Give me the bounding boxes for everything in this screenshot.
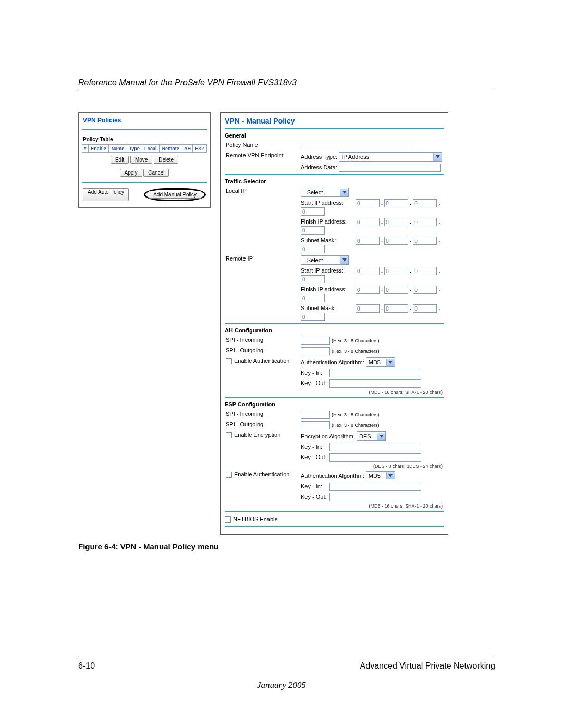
policy-name-input[interactable] (301, 142, 413, 150)
chevron-down-icon (340, 189, 348, 196)
label-auth-algo: Authentication Algorithm: (301, 359, 364, 365)
address-type-value: IP Address (339, 154, 371, 160)
apply-button[interactable]: Apply (120, 169, 142, 177)
delete-button[interactable]: Delete (154, 156, 178, 164)
note-md5: (MD5 - 16 chars; SHA-1 - 20 chars) (300, 502, 444, 510)
label-subnet: Subnet Mask: (301, 237, 354, 243)
cancel-button[interactable]: Cancel (143, 169, 169, 177)
esp-enable-enc-checkbox[interactable] (226, 432, 232, 438)
local-finish-ip-2[interactable]: 0 (384, 218, 408, 226)
hint-hex: (Hex, 3 - 8 Characters) (332, 349, 380, 354)
ah-spi-out-input[interactable] (301, 347, 330, 355)
manual-title: VPN - Manual Policy (225, 116, 444, 127)
local-finish-ip-3[interactable]: 0 (413, 218, 437, 226)
label-start-ip: Start IP address: (301, 267, 354, 274)
remote-subnet-1[interactable]: 0 (356, 304, 380, 313)
col-ah: AH (182, 145, 193, 153)
divider (225, 323, 444, 324)
local-start-ip-3[interactable]: 0 (413, 199, 437, 207)
esp-auth-key-out-input[interactable] (329, 493, 421, 501)
hint-hex: (Hex, 3 - 8 Characters) (332, 412, 380, 417)
running-header: Reference Manual for the ProSafe VPN Fir… (78, 78, 495, 91)
hint-hex: (Hex, 3 - 8 Characters) (332, 423, 380, 428)
label-netbios: NETBIOS Enable (233, 516, 278, 522)
local-start-ip-1[interactable]: 0 (356, 199, 380, 207)
col-local: Local (142, 145, 159, 153)
remote-start-ip-3[interactable]: 0 (413, 267, 437, 275)
chevron-down-icon (433, 153, 442, 161)
esp-auth-key-in-input[interactable] (329, 483, 421, 491)
vpn-policies-panel: VPN Policies Policy Table # Enable Name … (78, 112, 211, 208)
esp-enc-algo-select[interactable]: DES (357, 431, 386, 441)
ah-auth-algo-select[interactable]: MD5 (366, 357, 395, 367)
add-manual-policy-button[interactable]: Add Manual Policy (149, 191, 201, 199)
ah-key-out-input[interactable] (329, 379, 421, 388)
local-finish-ip-4[interactable]: 0 (301, 226, 325, 235)
note-des: (DES - 8 chars; 3DES - 24 chars) (300, 463, 444, 470)
remote-subnet-3[interactable]: 0 (413, 304, 437, 313)
local-subnet-3[interactable]: 0 (413, 237, 437, 245)
netbios-enable-checkbox[interactable] (225, 516, 231, 523)
figure-caption: Figure 6-4: VPN - Manual Policy menu (78, 542, 495, 551)
remote-finish-ip-4[interactable]: 0 (301, 294, 325, 302)
label-address-type: Address Type: (301, 154, 337, 160)
ah-enable-auth-checkbox[interactable] (226, 358, 232, 364)
local-finish-ip-1[interactable]: 0 (356, 218, 380, 226)
col-index: # (82, 145, 89, 153)
remote-subnet-4[interactable]: 0 (301, 313, 325, 321)
policy-table-label: Policy Table (82, 133, 207, 144)
svg-marker-5 (388, 474, 393, 477)
col-enable: Enable (88, 145, 109, 153)
local-start-ip-2[interactable]: 0 (384, 199, 408, 207)
move-button[interactable]: Move (130, 156, 152, 164)
label-remote-ip: Remote IP (225, 254, 300, 266)
label-key-in: Key - In: (301, 443, 328, 450)
label-auth-algo: Authentication Algorithm: (301, 473, 364, 479)
page-number: 6-10 (78, 661, 95, 671)
local-ip-value: - Select - (301, 189, 332, 195)
remote-finish-ip-2[interactable]: 0 (384, 286, 408, 294)
vpn-manual-policy-panel: VPN - Manual Policy General Policy Name … (220, 112, 448, 535)
local-subnet-1[interactable]: 0 (356, 237, 380, 245)
remote-subnet-2[interactable]: 0 (384, 304, 408, 313)
esp-enc-algo-value: DES (357, 433, 377, 439)
esp-enc-key-out-input[interactable] (329, 453, 421, 462)
label-spi-in: SPI - Incoming (225, 336, 300, 346)
ah-spi-in-input[interactable] (301, 337, 330, 345)
esp-enc-key-in-input[interactable] (329, 443, 421, 451)
label-enable-auth: Enable Authentication (234, 471, 289, 477)
section-title: Advanced Virtual Private Networking (360, 661, 495, 671)
ah-key-in-input[interactable] (329, 369, 421, 377)
local-subnet-4[interactable]: 0 (301, 245, 325, 253)
local-start-ip-4[interactable]: 0 (301, 207, 325, 216)
remote-finish-ip-1[interactable]: 0 (356, 286, 380, 294)
chevron-down-icon (340, 256, 348, 264)
divider (82, 129, 207, 130)
remote-ip-select[interactable]: - Select - (301, 255, 349, 265)
col-remote: Remote (159, 145, 182, 153)
section-ah: AH Configuration (225, 327, 444, 334)
esp-auth-algo-select[interactable]: MD5 (366, 471, 395, 480)
label-spi-in: SPI - Incoming (225, 410, 300, 420)
add-auto-policy-button[interactable]: Add Auto Policy (83, 188, 129, 201)
add-manual-policy-highlight: Add Manual Policy (144, 188, 206, 201)
remote-start-ip-4[interactable]: 0 (301, 275, 325, 283)
esp-spi-in-input[interactable] (301, 411, 330, 419)
address-type-select[interactable]: IP Address (339, 152, 442, 162)
label-enable-auth: Enable Authentication (234, 357, 289, 364)
local-subnet-2[interactable]: 0 (384, 237, 408, 245)
address-data-input[interactable] (339, 164, 441, 172)
label-key-out: Key - Out: (301, 380, 328, 386)
esp-spi-out-input[interactable] (301, 421, 330, 429)
remote-finish-ip-3[interactable]: 0 (413, 286, 437, 294)
label-subnet: Subnet Mask: (301, 305, 354, 311)
local-ip-select[interactable]: - Select - (301, 188, 349, 197)
divider (225, 128, 444, 129)
divider (225, 397, 444, 398)
remote-start-ip-2[interactable]: 0 (384, 267, 408, 275)
section-traffic: Traffic Selector (225, 178, 444, 184)
esp-auth-algo-value: MD5 (366, 473, 386, 479)
remote-start-ip-1[interactable]: 0 (356, 267, 380, 275)
esp-enable-auth-checkbox[interactable] (226, 472, 232, 478)
edit-button[interactable]: Edit (111, 156, 129, 164)
